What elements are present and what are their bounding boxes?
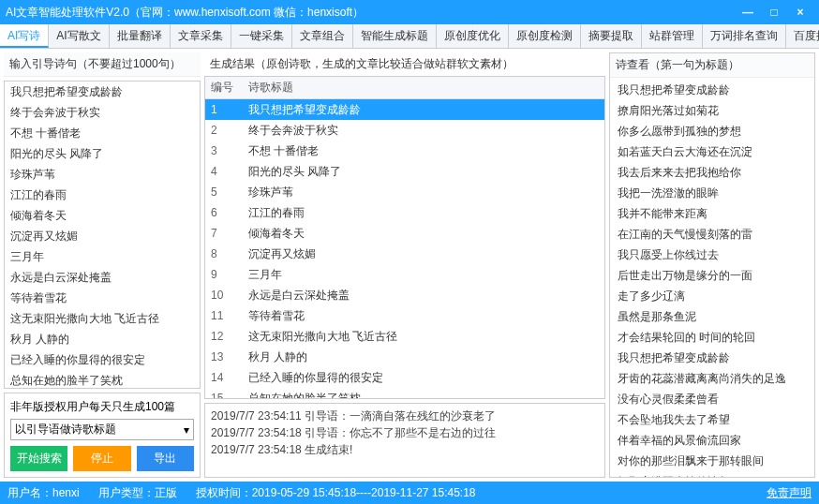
tab-5[interactable]: 文章组合 [292,24,353,48]
poem-line: 我并不能带来距离 [612,203,812,224]
poem-line: 不会坠地我失去了希望 [612,409,812,430]
list-item[interactable]: 阳光的尽头 风降了 [5,143,200,164]
poem-line: 我把一洗澄澈的眼眸 [612,183,812,203]
poem-line: 我去后来来去把我抱给你 [612,162,812,183]
col-num: 编号 [205,77,243,99]
start-button[interactable]: 开始搜索 [10,446,67,471]
log-line: 2019/7/7 23:54:18 引导语：你忘不了那些不是右边的过往 [211,424,599,441]
poem-line: 我只想把希望变成龄龄 [612,348,812,368]
log-box: 2019/7/7 23:54:11 引导语：一滴滴自落在残红的沙衰老了2019/… [204,403,605,478]
cell-num: 10 [205,285,243,305]
poem-line: 才会结果轮回的 时间的轮回 [612,327,812,348]
list-item[interactable]: 不想 十番偕老 [5,123,200,143]
list-item[interactable]: 江江的春雨 [5,185,200,205]
list-item[interactable]: 沉淀再又炫媚 [5,226,200,246]
disclaimer-link[interactable]: 免责声明 [767,485,812,501]
tab-3[interactable]: 文章采集 [171,24,231,48]
statusbar: 用户名：henxi 用户类型：正版 授权时间：2019-05-29 15:45:… [0,482,819,504]
table-row[interactable]: 4阳光的尽头 风降了 [205,161,604,182]
cell-title: 江江的春雨 [243,202,604,223]
list-item[interactable]: 秋月 人静的 [5,329,200,349]
list-item[interactable]: 终于会奔波于秋实 [5,102,200,123]
table-row[interactable]: 12这无束阳光撒向大地 飞近古径 [205,326,604,347]
list-item[interactable]: 我只想把希望变成龄龄 [5,82,200,102]
input-list: 我只想把希望变成龄龄终于会奔波于秋实不想 十番偕老阳光的尽头 风降了珍珠芦苇江江… [4,81,201,389]
list-item[interactable]: 倾海着冬天 [5,205,200,226]
left-header: 输入引导诗句（不要超过1000句） [4,52,201,77]
table-row[interactable]: 8沉淀再又炫媚 [205,244,604,264]
cell-title: 三月年 [243,264,604,285]
log-line: 2019/7/7 23:54:11 引导语：一滴滴自落在残红的沙衰老了 [211,408,599,424]
minimize-button[interactable]: — [735,2,761,22]
quota-label: 非年版授权用户每天只生成100篇 [10,399,194,415]
cell-num: 7 [205,223,243,244]
tab-7[interactable]: 原创度优化 [437,24,509,48]
window-title: AI文章智能处理软件V2.0（官网：www.henxisoft.com 微信：h… [6,5,735,21]
cell-num: 11 [205,305,243,326]
main-tabs: AI写诗AI写散文批量翻译文章采集一键采集文章组合智能生成标题原创度优化原创度检… [0,24,819,49]
table-row[interactable]: 2终于会奔波于秋实 [205,120,604,141]
poem-line: 把那充满阳光轮的诗句 [612,471,812,477]
cell-num: 9 [205,264,243,285]
cell-title: 沉淀再又炫媚 [243,244,604,264]
table-row[interactable]: 6江江的春雨 [205,202,604,223]
cell-title: 珍珠芦苇 [243,182,604,202]
table-row[interactable]: 5珍珠芦苇 [205,182,604,202]
results-table-wrap: 编号 诗歌标题 1我只想把希望变成龄龄2终于会奔波于秋实3不想 十番偕老4阳光的… [204,76,605,399]
cell-num: 1 [205,99,243,121]
title-mode-select[interactable]: 以引导语做诗歌标题 ▾ [10,419,194,440]
cell-title: 终于会奔波于秋实 [243,120,604,141]
cell-title: 秋月 人静的 [243,347,604,367]
list-item[interactable]: 这无束阳光撒向大地 飞近古径 [5,308,200,329]
cell-num: 12 [205,326,243,347]
list-item[interactable]: 已经入睡的你显得的很安定 [5,349,200,370]
list-item[interactable]: 等待着雪花 [5,288,200,308]
table-row[interactable]: 7倾海着冬天 [205,223,604,244]
table-row[interactable]: 11等待着雪花 [205,305,604,326]
tab-6[interactable]: 智能生成标题 [353,24,437,48]
maximize-button[interactable]: □ [761,2,787,22]
cell-title: 已经入睡的你显得的很安定 [243,367,604,388]
cell-title: 倾海着冬天 [243,223,604,244]
tab-11[interactable]: 万词排名查询 [703,24,786,48]
cell-title: 总知在她的脸半了笑枕 [243,388,604,399]
tab-0[interactable]: AI写诗 [0,24,49,48]
status-auth: 授权时间：2019-05-29 15:45:18----2019-11-27 1… [196,485,476,501]
table-row[interactable]: 3不想 十番偕老 [205,141,604,161]
list-item[interactable]: 总知在她的脸半了笑枕 [5,370,200,389]
cell-title: 不想 十番偕老 [243,141,604,161]
select-value: 以引导语做诗歌标题 [15,422,116,437]
poem-line: 牙齿的花蕊潜藏离离尚消失的足逸 [612,368,812,389]
poem-line: 我只愿受上你线过去 [612,245,812,265]
tab-12[interactable]: 百度推送 [786,24,819,48]
poem-line: 没有心灵假柔柔曾看 [612,389,812,409]
export-button[interactable]: 导出 [137,446,194,471]
poem-line: 伴着幸福的风景偷流回家 [612,430,812,451]
list-item[interactable]: 永远是白云深处掩盖 [5,267,200,288]
table-row[interactable]: 15总知在她的脸半了笑枕 [205,388,604,399]
results-table: 编号 诗歌标题 1我只想把希望变成龄龄2终于会奔波于秋实3不想 十番偕老4阳光的… [205,77,604,399]
cell-title: 阳光的尽头 风降了 [243,161,604,182]
poem-line: 在江南的天气慢慢刻落的雷 [612,224,812,245]
cell-title: 永远是白云深处掩盖 [243,285,604,305]
tab-2[interactable]: 批量翻译 [110,24,171,48]
table-row[interactable]: 13秋月 人静的 [205,347,604,367]
table-row[interactable]: 9三月年 [205,264,604,285]
cell-num: 8 [205,244,243,264]
chevron-down-icon: ▾ [184,423,189,437]
table-row[interactable]: 14已经入睡的你显得的很安定 [205,367,604,388]
table-row[interactable]: 1我只想把希望变成龄龄 [205,99,604,121]
tab-10[interactable]: 站群管理 [642,24,703,48]
tab-9[interactable]: 摘要提取 [581,24,642,48]
close-button[interactable]: × [787,2,813,22]
poem-line: 走了多少辽漓 [612,286,812,306]
table-row[interactable]: 10永远是白云深处掩盖 [205,285,604,305]
list-item[interactable]: 三月年 [5,246,200,267]
tab-8[interactable]: 原创度检测 [509,24,581,48]
list-item[interactable]: 珍珠芦苇 [5,164,200,185]
cell-num: 14 [205,367,243,388]
middle-header: 生成结果（原创诗歌，生成的文章比较适合做站群软文素材） [204,52,605,76]
stop-button[interactable]: 停止 [73,446,130,471]
tab-4[interactable]: 一键采集 [231,24,292,48]
tab-1[interactable]: AI写散文 [49,24,109,48]
